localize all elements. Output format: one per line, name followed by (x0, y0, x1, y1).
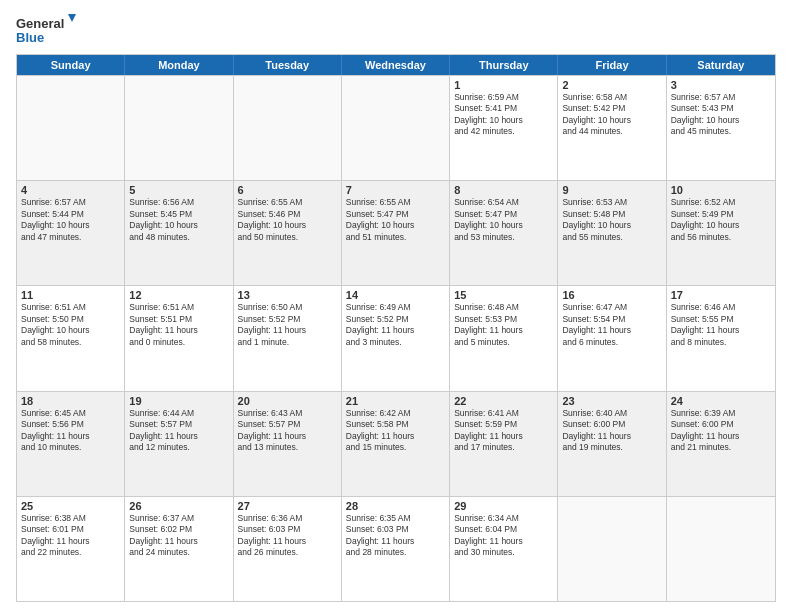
day-info: Sunrise: 6:43 AM Sunset: 5:57 PM Dayligh… (238, 408, 337, 454)
day-number: 14 (346, 289, 445, 301)
day-info: Sunrise: 6:37 AM Sunset: 6:02 PM Dayligh… (129, 513, 228, 559)
day-number: 10 (671, 184, 771, 196)
day-info: Sunrise: 6:52 AM Sunset: 5:49 PM Dayligh… (671, 197, 771, 243)
day-info: Sunrise: 6:54 AM Sunset: 5:47 PM Dayligh… (454, 197, 553, 243)
calendar-cell: 16Sunrise: 6:47 AM Sunset: 5:54 PM Dayli… (558, 286, 666, 390)
day-number: 15 (454, 289, 553, 301)
day-number: 27 (238, 500, 337, 512)
day-info: Sunrise: 6:49 AM Sunset: 5:52 PM Dayligh… (346, 302, 445, 348)
day-info: Sunrise: 6:34 AM Sunset: 6:04 PM Dayligh… (454, 513, 553, 559)
calendar-body: 1Sunrise: 6:59 AM Sunset: 5:41 PM Daylig… (17, 75, 775, 601)
weekday-header: Sunday (17, 55, 125, 75)
calendar-cell: 29Sunrise: 6:34 AM Sunset: 6:04 PM Dayli… (450, 497, 558, 601)
day-number: 8 (454, 184, 553, 196)
calendar-cell (558, 497, 666, 601)
day-number: 19 (129, 395, 228, 407)
day-number: 2 (562, 79, 661, 91)
day-number: 17 (671, 289, 771, 301)
day-info: Sunrise: 6:38 AM Sunset: 6:01 PM Dayligh… (21, 513, 120, 559)
day-number: 29 (454, 500, 553, 512)
day-info: Sunrise: 6:41 AM Sunset: 5:59 PM Dayligh… (454, 408, 553, 454)
calendar-cell: 10Sunrise: 6:52 AM Sunset: 5:49 PM Dayli… (667, 181, 775, 285)
day-number: 6 (238, 184, 337, 196)
day-number: 28 (346, 500, 445, 512)
calendar-cell: 17Sunrise: 6:46 AM Sunset: 5:55 PM Dayli… (667, 286, 775, 390)
calendar-cell: 21Sunrise: 6:42 AM Sunset: 5:58 PM Dayli… (342, 392, 450, 496)
weekday-header: Friday (558, 55, 666, 75)
calendar-cell: 2Sunrise: 6:58 AM Sunset: 5:42 PM Daylig… (558, 76, 666, 180)
day-number: 26 (129, 500, 228, 512)
day-info: Sunrise: 6:56 AM Sunset: 5:45 PM Dayligh… (129, 197, 228, 243)
calendar-cell: 25Sunrise: 6:38 AM Sunset: 6:01 PM Dayli… (17, 497, 125, 601)
day-info: Sunrise: 6:42 AM Sunset: 5:58 PM Dayligh… (346, 408, 445, 454)
day-info: Sunrise: 6:57 AM Sunset: 5:44 PM Dayligh… (21, 197, 120, 243)
day-number: 7 (346, 184, 445, 196)
day-info: Sunrise: 6:53 AM Sunset: 5:48 PM Dayligh… (562, 197, 661, 243)
day-number: 5 (129, 184, 228, 196)
day-info: Sunrise: 6:51 AM Sunset: 5:51 PM Dayligh… (129, 302, 228, 348)
day-info: Sunrise: 6:58 AM Sunset: 5:42 PM Dayligh… (562, 92, 661, 138)
calendar-header: SundayMondayTuesdayWednesdayThursdayFrid… (17, 55, 775, 75)
day-number: 11 (21, 289, 120, 301)
day-info: Sunrise: 6:46 AM Sunset: 5:55 PM Dayligh… (671, 302, 771, 348)
calendar-cell: 23Sunrise: 6:40 AM Sunset: 6:00 PM Dayli… (558, 392, 666, 496)
day-info: Sunrise: 6:59 AM Sunset: 5:41 PM Dayligh… (454, 92, 553, 138)
day-number: 23 (562, 395, 661, 407)
calendar-cell: 5Sunrise: 6:56 AM Sunset: 5:45 PM Daylig… (125, 181, 233, 285)
calendar-row: 4Sunrise: 6:57 AM Sunset: 5:44 PM Daylig… (17, 180, 775, 285)
calendar-cell: 12Sunrise: 6:51 AM Sunset: 5:51 PM Dayli… (125, 286, 233, 390)
day-info: Sunrise: 6:45 AM Sunset: 5:56 PM Dayligh… (21, 408, 120, 454)
header: General Blue (16, 12, 776, 48)
day-info: Sunrise: 6:48 AM Sunset: 5:53 PM Dayligh… (454, 302, 553, 348)
calendar-cell: 27Sunrise: 6:36 AM Sunset: 6:03 PM Dayli… (234, 497, 342, 601)
calendar-cell: 24Sunrise: 6:39 AM Sunset: 6:00 PM Dayli… (667, 392, 775, 496)
calendar-cell: 4Sunrise: 6:57 AM Sunset: 5:44 PM Daylig… (17, 181, 125, 285)
day-number: 20 (238, 395, 337, 407)
calendar-cell: 8Sunrise: 6:54 AM Sunset: 5:47 PM Daylig… (450, 181, 558, 285)
day-info: Sunrise: 6:39 AM Sunset: 6:00 PM Dayligh… (671, 408, 771, 454)
day-number: 3 (671, 79, 771, 91)
calendar-row: 11Sunrise: 6:51 AM Sunset: 5:50 PM Dayli… (17, 285, 775, 390)
day-number: 22 (454, 395, 553, 407)
day-number: 24 (671, 395, 771, 407)
day-number: 1 (454, 79, 553, 91)
weekday-header: Monday (125, 55, 233, 75)
calendar-cell: 11Sunrise: 6:51 AM Sunset: 5:50 PM Dayli… (17, 286, 125, 390)
weekday-header: Thursday (450, 55, 558, 75)
calendar-cell: 13Sunrise: 6:50 AM Sunset: 5:52 PM Dayli… (234, 286, 342, 390)
day-info: Sunrise: 6:57 AM Sunset: 5:43 PM Dayligh… (671, 92, 771, 138)
day-info: Sunrise: 6:36 AM Sunset: 6:03 PM Dayligh… (238, 513, 337, 559)
calendar-row: 1Sunrise: 6:59 AM Sunset: 5:41 PM Daylig… (17, 75, 775, 180)
weekday-header: Wednesday (342, 55, 450, 75)
weekday-header: Tuesday (234, 55, 342, 75)
svg-marker-2 (68, 14, 76, 22)
calendar-cell: 9Sunrise: 6:53 AM Sunset: 5:48 PM Daylig… (558, 181, 666, 285)
calendar-cell (234, 76, 342, 180)
day-info: Sunrise: 6:51 AM Sunset: 5:50 PM Dayligh… (21, 302, 120, 348)
day-info: Sunrise: 6:47 AM Sunset: 5:54 PM Dayligh… (562, 302, 661, 348)
calendar-cell: 14Sunrise: 6:49 AM Sunset: 5:52 PM Dayli… (342, 286, 450, 390)
calendar-cell: 19Sunrise: 6:44 AM Sunset: 5:57 PM Dayli… (125, 392, 233, 496)
svg-text:General: General (16, 16, 64, 31)
day-number: 13 (238, 289, 337, 301)
calendar-cell: 7Sunrise: 6:55 AM Sunset: 5:47 PM Daylig… (342, 181, 450, 285)
calendar-cell: 28Sunrise: 6:35 AM Sunset: 6:03 PM Dayli… (342, 497, 450, 601)
calendar-cell (17, 76, 125, 180)
calendar-row: 18Sunrise: 6:45 AM Sunset: 5:56 PM Dayli… (17, 391, 775, 496)
calendar-cell: 6Sunrise: 6:55 AM Sunset: 5:46 PM Daylig… (234, 181, 342, 285)
calendar-cell: 1Sunrise: 6:59 AM Sunset: 5:41 PM Daylig… (450, 76, 558, 180)
day-info: Sunrise: 6:44 AM Sunset: 5:57 PM Dayligh… (129, 408, 228, 454)
day-number: 25 (21, 500, 120, 512)
day-number: 18 (21, 395, 120, 407)
calendar-row: 25Sunrise: 6:38 AM Sunset: 6:01 PM Dayli… (17, 496, 775, 601)
logo-svg: General Blue (16, 12, 76, 48)
calendar: SundayMondayTuesdayWednesdayThursdayFrid… (16, 54, 776, 602)
day-number: 9 (562, 184, 661, 196)
calendar-cell: 18Sunrise: 6:45 AM Sunset: 5:56 PM Dayli… (17, 392, 125, 496)
calendar-cell: 26Sunrise: 6:37 AM Sunset: 6:02 PM Dayli… (125, 497, 233, 601)
calendar-cell (125, 76, 233, 180)
calendar-cell: 3Sunrise: 6:57 AM Sunset: 5:43 PM Daylig… (667, 76, 775, 180)
day-info: Sunrise: 6:35 AM Sunset: 6:03 PM Dayligh… (346, 513, 445, 559)
svg-text:Blue: Blue (16, 30, 44, 45)
day-info: Sunrise: 6:55 AM Sunset: 5:46 PM Dayligh… (238, 197, 337, 243)
